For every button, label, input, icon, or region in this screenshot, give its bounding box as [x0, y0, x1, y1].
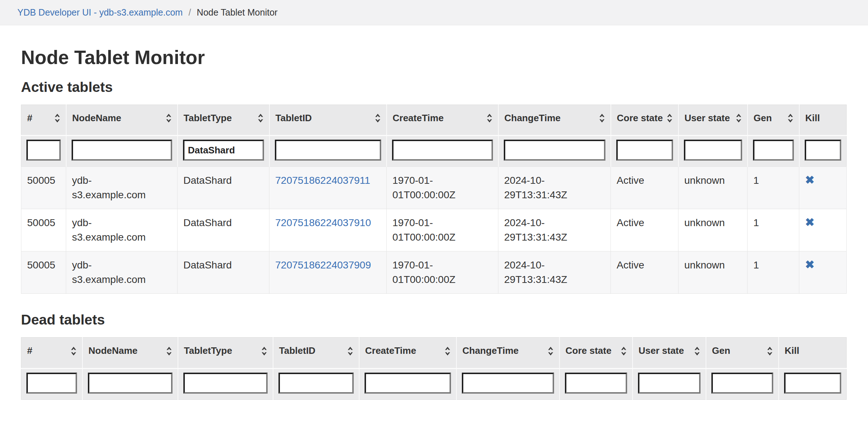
column-label: TabletType: [184, 112, 232, 124]
column-header-nodename[interactable]: NodeName: [82, 338, 178, 368]
sort-icon: [166, 347, 172, 356]
cell-tabletid: 72075186224037911: [269, 167, 387, 209]
sort-icon: [487, 114, 492, 123]
column-header-createtime[interactable]: CreateTime: [387, 105, 498, 136]
active-tablets-table: # NodeName TabletType TabletID CreateTim…: [21, 105, 847, 294]
sort-icon: [348, 347, 353, 356]
column-label: Gen: [712, 345, 731, 357]
cell-gen: 1: [748, 167, 799, 209]
cell-kill: ✖: [799, 167, 847, 209]
cell-changetime: 2024-10-29T13:31:43Z: [498, 209, 611, 251]
cell-tabletid: 72075186224037909: [269, 251, 387, 294]
sort-icon: [166, 114, 171, 123]
cell-corestate: Active: [611, 167, 678, 209]
sort-icon: [375, 114, 380, 123]
column-header-num[interactable]: #: [21, 105, 66, 136]
cell-createtime: 1970-01-01T00:00:00Z: [387, 209, 498, 251]
column-label: ChangeTime: [463, 345, 519, 357]
dead-filter-nodename-input[interactable]: [88, 373, 173, 394]
tablet-id-link[interactable]: 72075186224037909: [275, 259, 371, 271]
column-label: CreateTime: [393, 112, 444, 124]
dead-filter-userstate-input[interactable]: [638, 373, 701, 394]
breadcrumb-link[interactable]: YDB Developer UI - ydb-s3.example.com: [17, 7, 183, 18]
active-filter-userstate-input[interactable]: [684, 140, 742, 161]
cell-gen: 1: [748, 209, 799, 251]
column-header-userstate[interactable]: User state: [633, 338, 706, 368]
column-header-corestate[interactable]: Core state: [611, 105, 678, 136]
cell-corestate: Active: [611, 209, 678, 251]
cell-gen: 1: [748, 251, 799, 294]
dead-tablets-heading: Dead tablets: [21, 312, 847, 328]
cell-kill: ✖: [799, 209, 847, 251]
sort-icon: [599, 114, 605, 123]
column-header-tabletid[interactable]: TabletID: [269, 105, 387, 136]
active-filter-tabletid-input[interactable]: [275, 140, 381, 161]
page-title: Node Tablet Monitor: [21, 46, 847, 68]
dead-filter-gen-input[interactable]: [711, 373, 773, 394]
dead-filter-num-input[interactable]: [26, 373, 77, 394]
dead-filter-changetime-input[interactable]: [462, 373, 554, 394]
sort-icon: [548, 347, 553, 356]
active-filter-changetime-input[interactable]: [504, 140, 605, 161]
dead-tablets-section: Dead tablets # NodeName TabletType Table…: [21, 312, 847, 399]
tablet-id-link[interactable]: 72075186224037911: [275, 175, 370, 186]
column-header-gen[interactable]: Gen: [706, 338, 779, 368]
breadcrumb-separator: /: [188, 7, 191, 18]
kill-icon[interactable]: ✖: [805, 216, 814, 229]
column-header-tablettype[interactable]: TabletType: [178, 338, 273, 368]
column-header-corestate[interactable]: Core state: [559, 338, 633, 368]
active-filter-gen-input[interactable]: [753, 140, 794, 161]
sort-icon: [667, 114, 672, 123]
column-header-userstate[interactable]: User state: [678, 105, 748, 136]
sort-icon: [694, 347, 700, 356]
cell-changetime: 2024-10-29T13:31:43Z: [498, 251, 611, 294]
column-label: #: [27, 112, 32, 124]
sort-icon: [788, 114, 793, 123]
cell-num: 50005: [21, 251, 66, 294]
active-filter-nodename-input[interactable]: [72, 140, 172, 161]
tablet-id-link[interactable]: 72075186224037910: [275, 217, 371, 228]
active-filter-tablettype-input[interactable]: [183, 140, 264, 161]
active-filter-row: [21, 136, 847, 167]
table-row: 50005 ydb-s3.example.com DataShard 72075…: [21, 251, 847, 294]
column-label: ChangeTime: [505, 112, 561, 124]
column-header-kill: Kill: [799, 105, 847, 136]
active-filter-num-input[interactable]: [26, 140, 61, 161]
active-filter-corestate-input[interactable]: [616, 140, 673, 161]
dead-filter-tablettype-input[interactable]: [183, 373, 268, 394]
column-header-gen[interactable]: Gen: [748, 105, 799, 136]
column-header-nodename[interactable]: NodeName: [66, 105, 178, 136]
column-header-kill: Kill: [779, 338, 847, 368]
kill-icon[interactable]: ✖: [805, 173, 814, 187]
breadcrumb: YDB Developer UI - ydb-s3.example.com / …: [0, 0, 868, 25]
column-label: User state: [685, 112, 730, 124]
column-header-tablettype[interactable]: TabletType: [178, 105, 269, 136]
active-tablets-heading: Active tablets: [21, 79, 847, 95]
active-tablets-section: Active tablets # NodeName TabletType Tab…: [21, 79, 847, 294]
column-header-changetime[interactable]: ChangeTime: [498, 105, 611, 136]
cell-nodename: ydb-s3.example.com: [66, 251, 178, 294]
cell-nodename: ydb-s3.example.com: [66, 167, 178, 209]
kill-icon[interactable]: ✖: [805, 258, 814, 271]
column-label: Core state: [566, 345, 612, 357]
dead-header-row: # NodeName TabletType TabletID CreateTim…: [21, 338, 847, 368]
dead-filter-createtime-input[interactable]: [365, 373, 451, 394]
cell-userstate: unknown: [678, 209, 748, 251]
dead-filter-kill-input[interactable]: [784, 373, 842, 394]
cell-tabletid: 72075186224037910: [269, 209, 387, 251]
dead-filter-corestate-input[interactable]: [565, 373, 627, 394]
sort-icon: [767, 347, 773, 356]
dead-filter-row: [21, 368, 847, 399]
column-header-createtime[interactable]: CreateTime: [359, 338, 456, 368]
column-header-changetime[interactable]: ChangeTime: [456, 338, 559, 368]
column-header-tabletid[interactable]: TabletID: [273, 338, 359, 368]
active-filter-kill-input[interactable]: [805, 140, 842, 161]
cell-kill: ✖: [799, 251, 847, 294]
sort-icon: [445, 347, 450, 356]
dead-filter-tabletid-input[interactable]: [278, 373, 354, 394]
active-header-row: # NodeName TabletType TabletID CreateTim…: [21, 105, 847, 136]
active-filter-createtime-input[interactable]: [392, 140, 493, 161]
column-header-num[interactable]: #: [21, 338, 82, 368]
cell-changetime: 2024-10-29T13:31:43Z: [498, 167, 611, 209]
breadcrumb-current: Node Tablet Monitor: [197, 7, 277, 18]
